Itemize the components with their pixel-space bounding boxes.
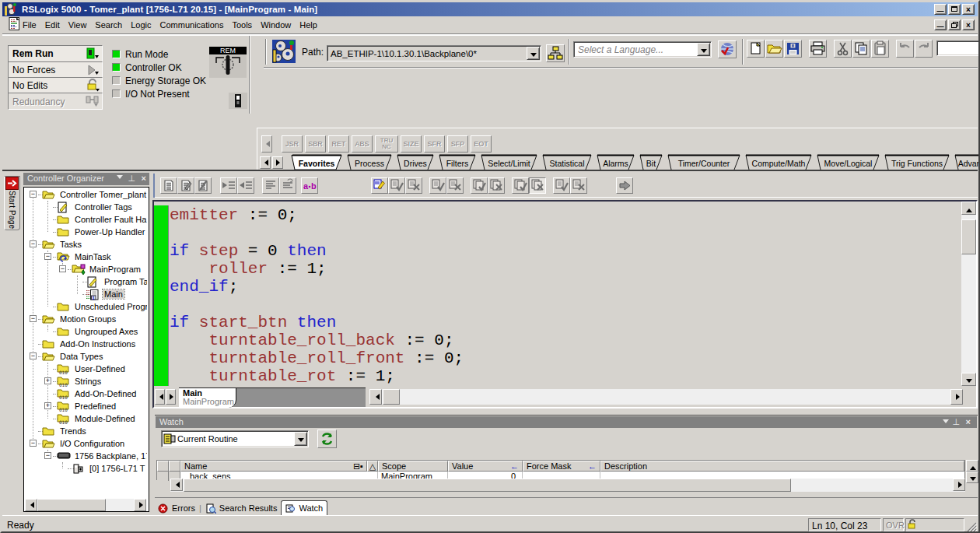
svg-text:010: 010 bbox=[59, 419, 68, 425]
svg-text:010: 010 bbox=[59, 394, 68, 400]
svg-text:a: a bbox=[303, 181, 309, 191]
svg-text:b: b bbox=[311, 181, 317, 191]
svg-text:010: 010 bbox=[59, 407, 68, 412]
svg-text:010: 010 bbox=[59, 382, 68, 387]
svg-text:1: 1 bbox=[93, 296, 95, 300]
svg-text:010: 010 bbox=[59, 370, 68, 375]
